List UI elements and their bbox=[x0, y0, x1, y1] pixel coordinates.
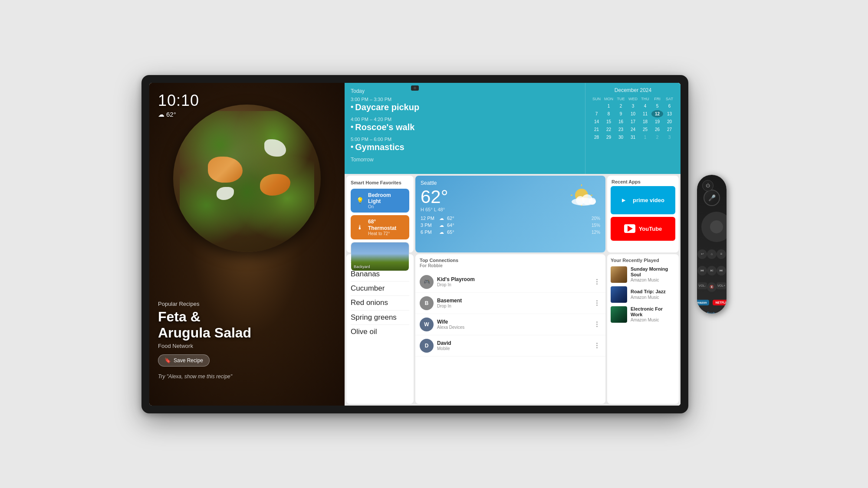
shopping-item-5[interactable]: Olive oil bbox=[351, 325, 409, 339]
volume-up-button[interactable]: VOL+ bbox=[717, 282, 726, 289]
tomorrow-label: Tomorrow bbox=[351, 157, 579, 163]
connection-more-david[interactable] bbox=[592, 341, 601, 350]
connection-name-basement: Basement bbox=[437, 298, 589, 304]
youtube-app[interactable]: YouTube bbox=[611, 217, 675, 241]
forecast-chance-1: 20% bbox=[592, 216, 600, 221]
music-item-2[interactable]: Road Trip: Jazz Amazon Music bbox=[611, 286, 675, 303]
connections-widget: Top Connections For Robbie 🎮 Kid's Playr… bbox=[415, 254, 605, 404]
backyard-cam-feed: Backyard bbox=[351, 242, 409, 271]
remote-row-media: ⏮ ⏯ ⏭ bbox=[697, 264, 727, 277]
recipe-source: Food Network bbox=[158, 343, 336, 349]
play-pause-button[interactable]: ⏯ bbox=[707, 266, 717, 275]
fast-forward-button[interactable]: ⏭ bbox=[717, 266, 726, 275]
connection-more-wife[interactable] bbox=[592, 320, 601, 329]
bedroom-light-name: Bedroom Light bbox=[368, 192, 405, 205]
smart-home-title: Smart Home Favorites bbox=[351, 180, 409, 185]
event-item-3: 5:00 PM – 6:00 PM Gymnastics bbox=[351, 137, 579, 152]
save-recipe-button[interactable]: 🔖 Save Recipe bbox=[158, 354, 210, 367]
connection-status-basement: Drop In bbox=[437, 304, 589, 308]
prime-video-app[interactable]: ▶ prime video bbox=[611, 186, 675, 214]
connection-info-wife: Wife Alexa Devices bbox=[437, 319, 589, 330]
event-title-1: Daycare pickup bbox=[351, 102, 579, 112]
forecast-row-2: 3 PM ☁ 64° 15% bbox=[421, 223, 600, 228]
calendar-month: December 2024 bbox=[591, 87, 675, 93]
connections-subtitle: For Robbie bbox=[420, 263, 443, 268]
connection-item-david[interactable]: D David Mobile bbox=[415, 335, 605, 357]
weather-hi: H 65° bbox=[421, 207, 433, 212]
cloud-icon bbox=[571, 191, 599, 206]
shopping-item-3[interactable]: Red onions bbox=[351, 296, 409, 310]
rewind-button[interactable]: ⏮ bbox=[697, 266, 707, 275]
recently-played-title: Your Recently Played bbox=[611, 258, 675, 263]
forecast-temp-1: 62° bbox=[447, 216, 589, 221]
forecast-icon-2: ☁ bbox=[438, 223, 444, 228]
firetv-logo-text: firetv bbox=[707, 311, 717, 314]
connection-item-basement[interactable]: B Basement Drop In bbox=[415, 293, 605, 314]
food-background: 10:10 ☁ 62° Popular Recipes Feta & Arugu… bbox=[149, 83, 345, 406]
today-label: Today bbox=[351, 88, 579, 94]
connection-info-basement: Basement Drop In bbox=[437, 298, 589, 308]
thermostat-status: Heat to 72° bbox=[368, 231, 405, 236]
recently-played-widget: Your Recently Played Sunday Morning Soul… bbox=[607, 254, 679, 404]
connection-status-kidsplayroom: Drop In bbox=[437, 282, 589, 287]
mute-button[interactable]: 🔇 bbox=[707, 282, 717, 292]
mic-button[interactable]: 🎤 bbox=[704, 190, 720, 206]
connection-name-kidsplayroom: Kid's Playroom bbox=[437, 276, 589, 282]
weather-lo: L 48° bbox=[434, 207, 445, 212]
left-panel: 10:10 ☁ 62° Popular Recipes Feta & Arugu… bbox=[149, 83, 345, 406]
remote-app-buttons: amazon NETFLIX bbox=[697, 297, 727, 308]
forecast-time-1: 12 PM bbox=[421, 216, 436, 221]
thermostat-device[interactable]: 🌡 68° Thermostat Heat to 72° bbox=[351, 215, 409, 239]
music-title-1: Sunday Morning Soul bbox=[631, 266, 675, 278]
youtube-play-icon bbox=[624, 224, 635, 233]
shopping-item-2[interactable]: Cucumber bbox=[351, 282, 409, 296]
power-button[interactable]: ⏻ bbox=[702, 180, 713, 191]
weather-widget: Seattle bbox=[415, 176, 605, 252]
shopping-item-4[interactable]: Spring greens bbox=[351, 311, 409, 325]
connection-item-wife[interactable]: W Wife Alexa Devices bbox=[415, 314, 605, 335]
shopping-list-widget: Shopping List Bananas Cucumber Red onion… bbox=[346, 254, 414, 404]
bedroom-light-info: Bedroom Light On bbox=[368, 192, 405, 210]
dpad bbox=[701, 212, 727, 242]
dpad-circle[interactable] bbox=[701, 212, 727, 242]
music-info-2: Road Trip: Jazz Amazon Music bbox=[631, 289, 675, 299]
salad-bowl-image bbox=[173, 105, 321, 252]
connection-avatar-kidsplayroom: 🎮 bbox=[420, 275, 434, 289]
connection-status-david: Mobile bbox=[437, 346, 589, 351]
bedroom-light-device[interactable]: 💡 Bedroom Light On bbox=[351, 189, 409, 213]
connection-avatar-wife: W bbox=[420, 318, 434, 331]
connection-more-basement[interactable] bbox=[592, 299, 601, 308]
menu-button[interactable]: ≡ bbox=[717, 249, 726, 259]
forecast-icon-3: ☁ bbox=[438, 229, 444, 235]
home-button[interactable]: ⌂ bbox=[707, 249, 717, 259]
calendar-grid: SUN MON TUE WED THU FRI SAT 1 2 3 bbox=[591, 96, 675, 141]
calendar-today[interactable]: 12 bbox=[651, 110, 663, 118]
back-button[interactable]: ↩ bbox=[697, 249, 707, 259]
weather-temp: 62° bbox=[166, 111, 176, 118]
connection-info-david: David Mobile bbox=[437, 340, 589, 351]
connection-item-kidsplayroom[interactable]: 🎮 Kid's Playroom Drop In bbox=[415, 272, 605, 293]
music-item-1[interactable]: Sunday Morning Soul Amazon Music bbox=[611, 266, 675, 283]
amazon-button[interactable]: amazon bbox=[697, 300, 709, 305]
backyard-camera-device[interactable]: Backyard bbox=[351, 242, 409, 271]
firetv-logo: firetv bbox=[697, 311, 727, 314]
forecast-time-3: 6 PM bbox=[421, 229, 436, 235]
event-item-2: 4:00 PM – 4:20 PM Roscoe's walk bbox=[351, 117, 579, 132]
forecast-chance-2: 15% bbox=[592, 223, 600, 228]
connection-more-kidsplayroom[interactable] bbox=[592, 278, 601, 286]
thermostat-info: 68° Thermostat Heat to 72° bbox=[368, 219, 405, 236]
music-item-3[interactable]: Electronic For Work Amazon Music bbox=[611, 306, 675, 323]
middle-section: Smart Home Favorites 💡 Bedroom Light On … bbox=[345, 174, 681, 254]
music-thumb-2 bbox=[611, 286, 627, 303]
netflix-button[interactable]: NETFLIX bbox=[713, 300, 727, 305]
recent-apps-widget: Recent Apps ▶ prime video bbox=[607, 176, 679, 252]
forecast-row-3: 6 PM ☁ 65° 12% bbox=[421, 229, 600, 235]
dpad-center[interactable] bbox=[710, 220, 723, 233]
thermostat-name: 68° Thermostat bbox=[368, 219, 405, 231]
volume-down-button[interactable]: VOL- bbox=[697, 282, 707, 289]
music-thumb-3 bbox=[611, 306, 627, 323]
event-title-2: Roscoe's walk bbox=[351, 122, 579, 132]
event-item-1: 3:00 PM – 3:30 PM Daycare pickup bbox=[351, 97, 579, 112]
connection-name-david: David bbox=[437, 340, 589, 346]
event-time-1: 3:00 PM – 3:30 PM bbox=[351, 97, 579, 102]
